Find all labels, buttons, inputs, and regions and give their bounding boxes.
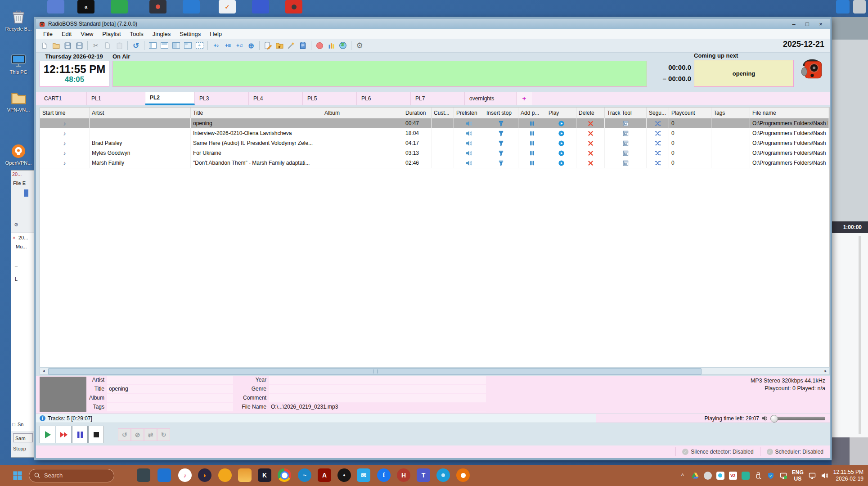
add-pause-button[interactable] bbox=[518, 158, 546, 168]
add-list-icon[interactable]: +≡ bbox=[222, 40, 233, 51]
taskbar-app-firefox[interactable]: ◗ bbox=[198, 468, 211, 482]
play-button[interactable] bbox=[546, 158, 576, 168]
repeat-button[interactable]: ↻ bbox=[157, 428, 170, 441]
settings-gear-icon[interactable]: ⚙ bbox=[354, 40, 365, 51]
menu-view[interactable]: View bbox=[76, 30, 98, 38]
scheduler-status[interactable]: ✓ Scheduler: Disabled bbox=[760, 447, 830, 456]
undo-playlist-button[interactable]: ↺ bbox=[118, 428, 131, 441]
table-row[interactable]: ♪ Brad Paisley Same Here (Audio) ft. Pre… bbox=[40, 138, 829, 148]
minimize-button[interactable]: – bbox=[787, 20, 800, 28]
desktop-shortcut-amazon[interactable]: a bbox=[77, 0, 94, 14]
open-icon[interactable] bbox=[50, 40, 61, 51]
prelisten-button[interactable] bbox=[454, 158, 484, 168]
internet-icon[interactable] bbox=[337, 40, 348, 51]
scrollbar-thumb[interactable] bbox=[48, 368, 702, 375]
layout-columns-icon[interactable] bbox=[171, 40, 181, 51]
layout-left-icon[interactable] bbox=[147, 40, 158, 51]
add-tab-button[interactable]: + bbox=[517, 92, 532, 105]
col-segue[interactable]: Segu... bbox=[647, 108, 669, 118]
col-insert-stop[interactable]: Insert stop bbox=[484, 108, 518, 118]
pause-transport-button[interactable] bbox=[72, 426, 88, 443]
desktop-shortcut-top-right-2[interactable] bbox=[853, 0, 866, 14]
col-album[interactable]: Album bbox=[322, 108, 403, 118]
prelisten-button[interactable] bbox=[454, 128, 484, 138]
col-play[interactable]: Play bbox=[546, 108, 576, 118]
desktop-shortcut-blue[interactable] bbox=[183, 0, 200, 14]
language-indicator[interactable]: ENG US bbox=[792, 469, 804, 482]
add-track-icon[interactable]: +♪ bbox=[211, 40, 221, 51]
col-prelisten[interactable]: Prelisten bbox=[454, 108, 484, 118]
desktop-shortcut-check[interactable]: ✓ bbox=[219, 0, 236, 14]
taskbar-app-k[interactable]: K bbox=[258, 468, 271, 482]
statistics-icon[interactable] bbox=[326, 40, 337, 51]
desktop-icon-this-pc[interactable]: This PC bbox=[2, 52, 35, 75]
taskbar-app-blue[interactable] bbox=[157, 468, 171, 482]
next-transport-button[interactable] bbox=[56, 426, 72, 443]
desktop-shortcut-camera[interactable] bbox=[285, 0, 302, 14]
add-url-icon[interactable]: ⊕ bbox=[246, 40, 256, 51]
insert-stop-button[interactable] bbox=[484, 138, 518, 148]
copy-icon[interactable] bbox=[102, 40, 113, 51]
scroll-left-icon[interactable]: ◄ bbox=[40, 368, 47, 374]
play-button[interactable] bbox=[546, 118, 576, 128]
backright-scrollbar[interactable] bbox=[859, 236, 861, 434]
desktop-icon-vpn-folder[interactable]: VPN-VN... bbox=[2, 90, 35, 112]
desktop-icon-recycle-bin[interactable]: Recycle B... bbox=[2, 9, 35, 32]
backleft-button[interactable]: Sam bbox=[13, 433, 33, 442]
tab-pl2[interactable]: PL2 bbox=[145, 92, 195, 105]
col-duration[interactable]: Duration bbox=[403, 108, 432, 118]
prelisten-button[interactable] bbox=[454, 118, 484, 128]
taskbar-app-acrobat[interactable]: A bbox=[318, 468, 331, 482]
tray-v2-icon[interactable]: V2 bbox=[729, 472, 737, 480]
desktop-shortcut-headphones[interactable] bbox=[252, 0, 269, 14]
taskbar-app-files[interactable] bbox=[238, 468, 252, 482]
col-file-name[interactable]: File name bbox=[750, 108, 828, 118]
menu-tools[interactable]: Tools bbox=[126, 30, 148, 38]
insert-stop-button[interactable] bbox=[484, 128, 518, 138]
music-library-icon[interactable] bbox=[274, 40, 285, 51]
record-icon[interactable] bbox=[314, 40, 325, 51]
segue-button[interactable] bbox=[647, 158, 669, 168]
taskbar-app-drop[interactable] bbox=[436, 468, 450, 482]
tab-pl1[interactable]: PL1 bbox=[87, 92, 145, 105]
track-tool-button[interactable] bbox=[605, 158, 647, 168]
prelisten-button[interactable] bbox=[454, 148, 484, 158]
tray-volume-icon[interactable] bbox=[821, 472, 829, 480]
tray-slack-icon[interactable] bbox=[716, 472, 724, 480]
coming-up-box[interactable]: opening bbox=[694, 60, 794, 87]
backleft-list-item[interactable]: Mu... bbox=[16, 244, 27, 249]
tab-overnights[interactable]: overnights bbox=[465, 92, 517, 105]
track-tool-button[interactable] bbox=[605, 128, 647, 138]
backleft-close-icon[interactable]: × bbox=[13, 235, 15, 240]
report-icon[interactable] bbox=[262, 40, 273, 51]
track-tool-icon[interactable] bbox=[286, 40, 297, 51]
segue-button[interactable] bbox=[647, 118, 669, 128]
col-delete[interactable]: Delete bbox=[576, 108, 605, 118]
col-add-p[interactable]: Add p... bbox=[518, 108, 546, 118]
insert-stop-button[interactable] bbox=[484, 118, 518, 128]
desktop-shortcut-top-right-1[interactable] bbox=[836, 0, 850, 14]
taskbar-app-itunes[interactable]: ♪ bbox=[178, 468, 192, 482]
col-tags[interactable]: Tags bbox=[711, 108, 750, 118]
col-playcount[interactable]: Playcount bbox=[669, 108, 711, 118]
menu-playlist[interactable]: Playlist bbox=[98, 30, 125, 38]
block-button[interactable]: ⊘ bbox=[131, 428, 144, 441]
menu-edit[interactable]: Edit bbox=[57, 30, 76, 38]
insert-stop-button[interactable] bbox=[484, 158, 518, 168]
insert-stop-button[interactable] bbox=[484, 148, 518, 158]
delete-button[interactable] bbox=[576, 138, 605, 148]
start-button[interactable] bbox=[13, 471, 22, 481]
taskbar-app-thunderbird[interactable]: ~ bbox=[298, 468, 311, 482]
close-button[interactable]: × bbox=[814, 20, 827, 28]
tab-pl3[interactable]: PL3 bbox=[195, 92, 249, 105]
tray-network-lock-icon[interactable] bbox=[779, 472, 787, 480]
shuffle-button[interactable]: ⇄ bbox=[144, 428, 157, 441]
table-row[interactable]: ♪ Interview-2026-0210-Olena Lavrishcheva… bbox=[40, 128, 829, 139]
backleft-list-item[interactable]: 20... bbox=[18, 235, 28, 240]
add-pause-button[interactable] bbox=[518, 118, 546, 128]
track-tool-button[interactable] bbox=[605, 138, 647, 148]
tray-usb-icon[interactable] bbox=[754, 472, 762, 480]
add-pause-button[interactable] bbox=[518, 148, 546, 158]
taskbar-app-homebrew[interactable]: H bbox=[397, 468, 410, 482]
backleft-checkbox-icon[interactable]: □ bbox=[12, 422, 15, 427]
